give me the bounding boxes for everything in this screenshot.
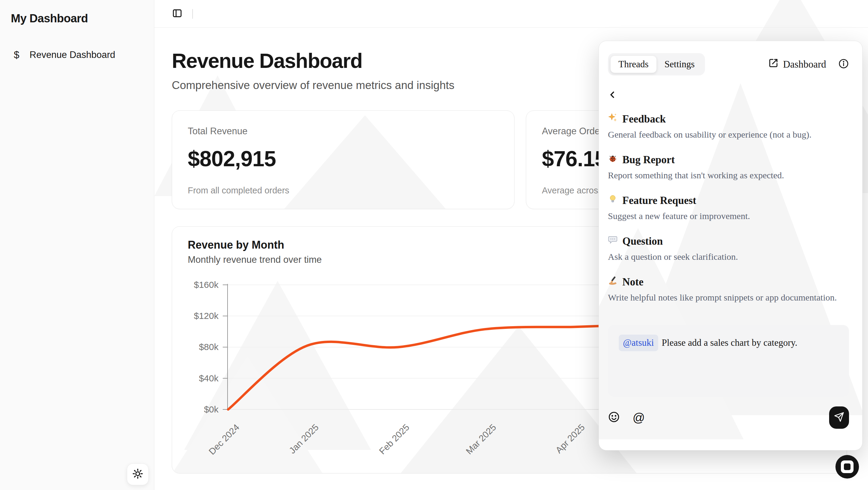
dashboard-link[interactable]: Dashboard: [769, 58, 826, 70]
writing-hand-icon: [608, 276, 618, 288]
mention-button[interactable]: @: [632, 411, 645, 424]
back-button[interactable]: [608, 89, 621, 102]
info-icon: [838, 58, 849, 70]
y-axis-tick-label: $0k: [179, 404, 218, 415]
sidebar-title: My Dashboard: [0, 0, 154, 25]
sidebar-toggle-button[interactable]: [170, 7, 184, 21]
y-axis-tick-label: $40k: [179, 373, 218, 384]
send-button[interactable]: [829, 406, 849, 429]
external-link-icon: [769, 58, 778, 70]
sidebar-item-revenue-dashboard[interactable]: $ Revenue Dashboard: [7, 45, 150, 65]
sidebar-item-label: Revenue Dashboard: [30, 50, 115, 60]
y-axis-tick-label: $160k: [179, 279, 218, 290]
category-description: Report something that isn't working as e…: [608, 170, 849, 180]
chart-subtitle: Monthly revenue trend over time: [188, 254, 322, 265]
topbar: [154, 0, 868, 28]
info-button[interactable]: [838, 58, 849, 70]
speech-balloon-icon: [608, 235, 618, 248]
lightbulb-icon: [608, 194, 618, 207]
smiley-icon: [608, 411, 620, 424]
y-axis-tick-label: $80k: [179, 342, 218, 352]
category-title: Feedback: [622, 113, 666, 125]
category-feedback[interactable]: Feedback General feedback on usability o…: [608, 113, 849, 140]
sparkles-icon: [608, 113, 618, 125]
send-icon: [834, 412, 844, 423]
chevron-left-icon: [608, 90, 617, 100]
message-composer[interactable]: @atsukiPlease add a sales chart by categ…: [608, 325, 849, 397]
stat-label: Total Revenue: [188, 126, 498, 137]
sidebar: My Dashboard $ Revenue Dashboard: [0, 0, 154, 490]
category-description: Suggest a new feature or improvement.: [608, 211, 849, 221]
category-description: General feedback on usability or experie…: [608, 129, 849, 140]
category-bug-report[interactable]: Bug Report Report something that isn't w…: [608, 153, 849, 180]
category-description: Ask a question or seek clarification.: [608, 252, 849, 262]
stat-card-total-revenue: Total Revenue $802,915 From all complete…: [172, 110, 515, 209]
category-title: Note: [622, 276, 644, 288]
widget-logo-button[interactable]: [835, 455, 859, 479]
logo-icon: [841, 460, 854, 473]
panel-header: Threads Settings Dashboard: [608, 53, 849, 76]
chart-title: Revenue by Month: [188, 239, 284, 251]
y-axis-tick-label: $120k: [179, 311, 218, 321]
category-note[interactable]: Note Write helpful notes like prompt sni…: [608, 276, 849, 302]
theme-toggle-button[interactable]: [127, 463, 149, 485]
tab-threads[interactable]: Threads: [610, 56, 657, 73]
category-title: Question: [622, 235, 663, 248]
category-title: Feature Request: [622, 195, 696, 207]
panel-tab-bar: Threads Settings: [608, 53, 705, 76]
dollar-icon: $: [11, 49, 22, 61]
emoji-button[interactable]: [608, 411, 620, 424]
category-title: Bug Report: [622, 154, 675, 166]
category-list: Feedback General feedback on usability o…: [608, 113, 849, 317]
composer-toolbar: @: [608, 406, 849, 429]
panel-left-icon: [172, 8, 182, 20]
sun-icon: [132, 468, 144, 481]
tab-settings[interactable]: Settings: [657, 56, 703, 73]
category-feature-request[interactable]: Feature Request Suggest a new feature or…: [608, 194, 849, 221]
stat-caption: From all completed orders: [188, 185, 289, 196]
threads-panel: Threads Settings Dashboard: [598, 41, 863, 451]
composer-text: Please add a sales chart by category.: [662, 337, 798, 348]
category-question[interactable]: Question Ask a question or seek clarific…: [608, 235, 849, 262]
topbar-divider: [192, 9, 193, 19]
dashboard-link-label: Dashboard: [783, 59, 826, 70]
stat-value: $802,915: [188, 146, 498, 171]
ladybug-icon: [608, 153, 618, 166]
mention-chip[interactable]: @atsuki: [619, 335, 658, 351]
category-description: Write helpful notes like prompt snippets…: [608, 292, 849, 302]
